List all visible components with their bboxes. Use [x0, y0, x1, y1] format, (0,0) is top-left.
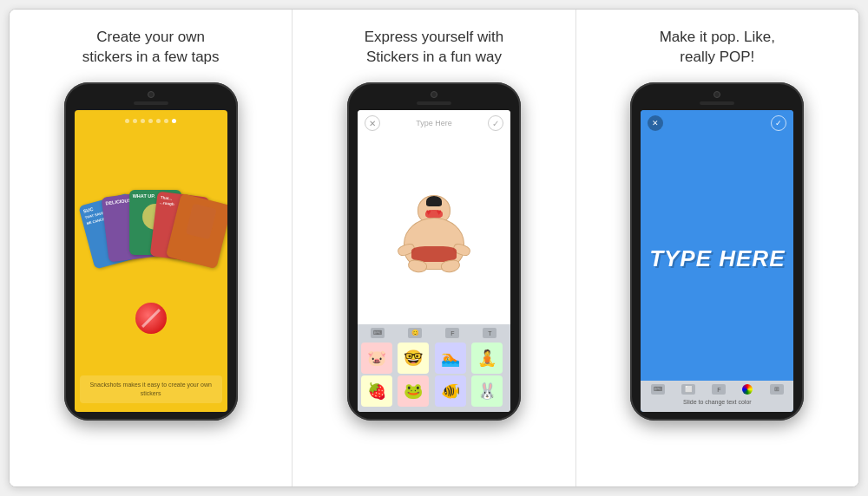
keyboard-icon-f[interactable]: F	[445, 328, 459, 338]
dot-3	[141, 119, 145, 123]
dot-4	[148, 119, 153, 123]
keyboard-icon-1[interactable]: ⌨	[371, 328, 385, 338]
phone-2-camera	[431, 91, 437, 98]
close-button-3[interactable]: ✕	[648, 115, 663, 131]
phone-3: ✕ ✓ TYPE HERE ⌨ ⬜ F ⊞ S	[630, 82, 804, 421]
screen-2-topbar: ✕ Type Here ✓	[358, 110, 510, 136]
sticker-thumb-4[interactable]: 🧘	[471, 343, 503, 374]
screen-2-canvas: ♥ ♥	[358, 136, 510, 324]
slide-to-change-text: Slide to change text color	[642, 397, 792, 408]
keyboard-icon-3-f[interactable]: F	[712, 384, 726, 395]
dot-5	[156, 119, 161, 123]
sticker-thumb-1[interactable]: 🐷	[361, 343, 392, 374]
phone-1-speaker	[134, 101, 168, 105]
app-container: Create your ownstickers in a few taps	[9, 9, 859, 487]
panel-3-title: Make it pop. Like,really POP!	[660, 25, 775, 70]
dot-2	[133, 119, 137, 123]
screen-3-content: ✕ ✓ TYPE HERE ⌨ ⬜ F ⊞ S	[641, 110, 793, 412]
keyboard-icon-3-1[interactable]: ⌨	[651, 384, 665, 395]
candy-graphic	[135, 303, 167, 334]
sumo-sticker: ♥ ♥	[399, 192, 469, 270]
keyboard-icon-3-grid[interactable]: ⊞	[770, 384, 784, 395]
phone-3-speaker	[700, 101, 734, 105]
type-here-label: Type Here	[380, 119, 488, 127]
panel-1-title: Create your ownstickers in a few taps	[82, 25, 220, 70]
sticker-thumb-8[interactable]: 🐰	[471, 375, 503, 407]
screen-2-content: ✕ Type Here ✓ ♥ ♥	[358, 110, 510, 412]
check-button-3[interactable]: ✓	[771, 115, 786, 131]
keyboard-icon-emoji[interactable]: 😊	[408, 328, 422, 338]
screen-1-caption: Snackshots makes it easy to create your …	[80, 375, 222, 403]
sumo-diaper	[411, 246, 457, 262]
dot-1	[125, 119, 129, 123]
keyboard-icon-t[interactable]: T	[483, 328, 496, 338]
screen-3-canvas: TYPE HERE	[641, 136, 793, 381]
screen-3-topbar: ✕ ✓	[641, 110, 793, 136]
sticker-card-3-text: WHAT UP.	[133, 193, 155, 199]
sticker-thumb-3[interactable]: 🏊	[435, 343, 466, 374]
phone-1-camera	[148, 91, 155, 98]
sticker-thumb-2[interactable]: 🤓	[398, 343, 429, 374]
phone-3-camera	[713, 91, 720, 98]
dot-7-active	[172, 119, 176, 123]
screen-3-keyboard: ⌨ ⬜ F ⊞ Slide to change text color	[641, 381, 793, 412]
panel-1: Create your ownstickers in a few taps	[10, 10, 293, 486]
phone-2-speaker	[417, 101, 451, 105]
phone-1: SUCTHAT SAVEME CANCE DELICIOUS!! WHAT UP…	[64, 82, 238, 421]
phone-2: ✕ Type Here ✓ ♥ ♥	[347, 82, 521, 421]
sticker-thumb-5[interactable]: 🍓	[361, 375, 392, 407]
dot-6	[164, 119, 168, 123]
panel-2: Express yourself withStickers in a fun w…	[293, 10, 575, 486]
phone-2-screen: ✕ Type Here ✓ ♥ ♥	[358, 110, 510, 412]
close-button-2[interactable]: ✕	[365, 115, 380, 131]
screen-3-icons-row: ⌨ ⬜ F ⊞	[642, 384, 792, 395]
sumo-hair	[426, 196, 442, 206]
panel-3: Make it pop. Like,really POP! ✕ ✓ TYPE H…	[576, 10, 858, 486]
panel-2-title: Express yourself withStickers in a fun w…	[365, 25, 504, 70]
sticker-packs-display: SUCTHAT SAVEME CANCE DELICIOUS!! WHAT UP…	[86, 168, 216, 264]
phone-1-screen: SUCTHAT SAVEME CANCE DELICIOUS!! WHAT UP…	[75, 110, 227, 412]
pagination-dots	[125, 119, 176, 123]
keyboard-icons-row: ⌨ 😊 F T	[359, 328, 509, 338]
sticker-card-4-text: That......rough	[160, 196, 175, 208]
phone-3-screen: ✕ ✓ TYPE HERE ⌨ ⬜ F ⊞ S	[641, 110, 793, 412]
check-button-2[interactable]: ✓	[488, 115, 503, 131]
sticker-thumbnail-grid: 🐷 🤓 🏊 🧘 🍓 🐸 🐠 🐰	[359, 341, 509, 408]
sticker-thumb-6[interactable]: 🐸	[398, 375, 429, 407]
sticker-thumb-7[interactable]: 🐠	[435, 375, 466, 407]
type-here-big-text: TYPE HERE	[649, 245, 785, 272]
screen-1-content: SUCTHAT SAVEME CANCE DELICIOUS!! WHAT UP…	[75, 110, 227, 412]
screen-1-caption-text: Snackshots makes it easy to create your …	[83, 381, 219, 398]
screen-2-keyboard: ⌨ 😊 F T 🐷 🤓 🏊 🧘 🍓 🐸 🐠	[358, 324, 510, 412]
keyboard-icon-3-2[interactable]: ⬜	[681, 384, 695, 395]
keyboard-icon-3-color[interactable]	[742, 384, 753, 395]
sumo-body	[404, 218, 464, 270]
